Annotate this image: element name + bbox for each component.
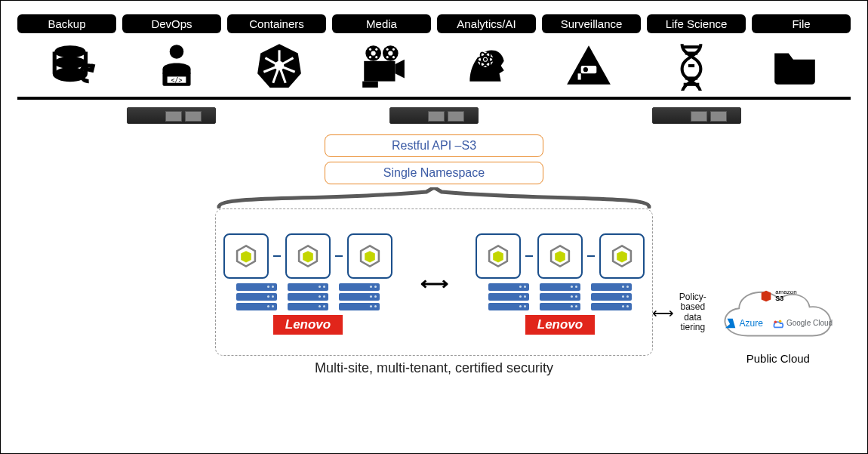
svg-rect-30: [362, 82, 378, 88]
svg-point-21: [375, 48, 377, 51]
public-cloud-block: ⟷ Policy- based data tiering amazonS3 Az…: [652, 276, 845, 348]
site-a: Lenovo: [223, 233, 392, 335]
pill-surveillance: Surveillance: [542, 14, 641, 33]
cloud-caption: Public Cloud: [712, 352, 845, 365]
svg-point-18: [371, 51, 375, 55]
storage-node: [223, 233, 269, 279]
site-b: Lenovo: [476, 233, 645, 335]
svg-point-0: [55, 45, 86, 58]
api-layer: Restful API –S3 Single Namespace: [321, 134, 547, 184]
server-icon: [127, 107, 216, 124]
svg-point-26: [386, 56, 388, 58]
svg-point-24: [386, 48, 388, 51]
cluster-box: Lenovo ⟷ Lenovo: [215, 208, 653, 356]
kubernetes-icon: [231, 38, 328, 94]
storage-node: [537, 233, 583, 279]
svg-marker-46: [241, 251, 251, 262]
svg-rect-28: [364, 61, 395, 82]
use-case-icon-row: </>: [17, 38, 851, 94]
svg-marker-57: [725, 318, 735, 328]
pill-analytics: Analytics/AI: [437, 14, 536, 33]
server-icon: [389, 107, 479, 124]
storage-node: [347, 233, 392, 279]
storage-node: [599, 233, 645, 279]
lenovo-badge: Lenovo: [525, 315, 595, 335]
use-case-row: Backup DevOps Containers Media Analytics…: [17, 14, 851, 33]
folder-icon: [746, 38, 844, 94]
svg-marker-54: [555, 251, 565, 262]
azure-icon: Azure: [724, 317, 763, 330]
svg-marker-29: [395, 60, 404, 79]
architecture-diagram: Backup DevOps Containers Media Analytics…: [0, 0, 868, 454]
media-icon: [334, 38, 432, 94]
gcp-icon: Google Cloud: [771, 317, 833, 330]
dna-icon: [643, 38, 740, 94]
server-icon: [652, 107, 741, 124]
bidir-arrow-icon: ⟷: [652, 304, 674, 322]
svg-point-25: [392, 48, 395, 51]
aws-s3-icon: amazonS3: [759, 289, 796, 303]
pill-devops: DevOps: [122, 14, 221, 33]
disk-stack-icon: [288, 283, 328, 310]
svg-marker-36: [567, 45, 611, 85]
analytics-icon: [437, 38, 534, 94]
pill-backup: Backup: [17, 14, 116, 33]
lenovo-badge: Lenovo: [273, 315, 343, 335]
disk-stack-icon: [540, 283, 580, 310]
pill-containers: Containers: [227, 14, 326, 33]
cloud-icon: amazonS3 Azure Google Cloud Public Cloud: [712, 276, 845, 348]
pill-file: File: [752, 14, 851, 33]
svg-marker-52: [493, 251, 503, 262]
svg-point-27: [392, 56, 395, 58]
storage-node: [476, 233, 521, 279]
tiering-label: Policy- based data tiering: [676, 292, 710, 332]
svg-point-58: [774, 320, 777, 323]
svg-point-35: [484, 58, 487, 61]
bidir-arrow-icon: ⟷: [420, 272, 448, 295]
svg-point-59: [779, 320, 782, 323]
disk-stack-icon: [339, 283, 380, 310]
pill-media: Media: [332, 14, 431, 33]
svg-point-19: [388, 51, 392, 55]
svg-rect-39: [577, 73, 580, 79]
svg-point-22: [369, 56, 371, 58]
svg-text:</>: </>: [171, 76, 182, 84]
rest-api-box: Restful API –S3: [325, 134, 543, 157]
svg-point-3: [169, 45, 183, 59]
storage-node: [285, 233, 331, 279]
brace-icon: [215, 187, 653, 208]
namespace-box: Single Namespace: [325, 162, 543, 184]
svg-point-20: [369, 48, 371, 51]
svg-point-23: [375, 56, 377, 58]
disk-stack-icon: [236, 283, 277, 310]
disk-stack-icon: [488, 283, 529, 310]
divider: [17, 97, 851, 100]
svg-marker-48: [303, 251, 313, 262]
devops-icon: </>: [128, 38, 226, 94]
disk-stack-icon: [591, 283, 632, 310]
svg-marker-50: [365, 251, 375, 262]
svg-point-2: [55, 57, 86, 69]
svg-point-38: [583, 67, 588, 72]
pill-lifescience: Life Science: [647, 14, 746, 33]
gateway-row: [17, 107, 851, 124]
backup-icon: [25, 38, 122, 94]
surveillance-icon: [540, 38, 638, 94]
svg-marker-56: [617, 251, 627, 262]
